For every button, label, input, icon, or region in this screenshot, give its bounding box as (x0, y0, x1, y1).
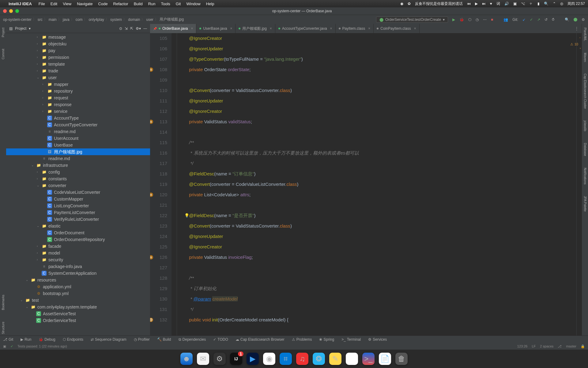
tree-row[interactable]: ≡ readme.md (6, 128, 150, 135)
menu-view[interactable]: View (63, 2, 71, 6)
line-number[interactable]: 105 (150, 33, 167, 44)
prev-icon[interactable]: ⏮ (467, 2, 471, 6)
tree-arrow-icon[interactable]: › (42, 81, 45, 88)
bottom-tool-problems[interactable]: ⚠Problems (292, 337, 312, 342)
line-number[interactable]: 116 (150, 148, 167, 158)
app-name[interactable]: IntelliJ IDEA (9, 2, 32, 6)
line-number[interactable]: 124 (150, 231, 167, 242)
playback-icon[interactable]: ◉ (400, 2, 403, 6)
code-line[interactable]: private OrderState orderState; (179, 64, 576, 75)
code-line[interactable]: * 订单初始化 (179, 283, 576, 294)
wifi-icon[interactable]: ᯤ (530, 2, 533, 6)
error-stripe[interactable]: ⚠10ˆ ˅ (576, 33, 582, 335)
line-number[interactable]: 127 (150, 263, 167, 273)
coverage-button[interactable]: ⬡ (468, 17, 471, 22)
tree-row[interactable]: ⌄ 📁 test (6, 297, 150, 304)
line-number[interactable]: 114 (150, 127, 167, 137)
code-line[interactable]: @Convert(converter = CodeValueListConver… (179, 179, 576, 190)
tree-arrow-icon[interactable]: › (37, 34, 40, 40)
breadcrumb-segment[interactable]: user (146, 17, 153, 22)
line-number[interactable]: a126 (150, 252, 167, 263)
tree-row[interactable]: › 📁 repository (6, 88, 150, 94)
tree-row[interactable]: › 📁 security (6, 256, 150, 263)
breadcrumb-segment[interactable]: src (38, 17, 43, 22)
tree-arrow-icon[interactable]: › (37, 40, 40, 47)
code-line[interactable]: @IgnoreUpdater (179, 44, 576, 54)
close-tab-icon[interactable]: × (330, 26, 332, 31)
line-number[interactable]: 122 (150, 210, 167, 221)
bottom-tool-git[interactable]: ⎇Git (3, 337, 13, 342)
code-line[interactable]: @IgnoreUpdater (179, 231, 576, 242)
editor-tab[interactable]: AccountTypeConverter.java × (275, 24, 336, 33)
dock-app-music[interactable]: ♫ (296, 353, 308, 365)
tree-row[interactable]: ≡ readme.md (6, 155, 150, 162)
menu-window[interactable]: Window (186, 2, 200, 6)
tree-row[interactable]: C OrderDocumentRepository (6, 236, 150, 243)
tree-row[interactable]: › 📁 request (6, 94, 150, 101)
git-branch-name[interactable]: master (566, 344, 576, 348)
tree-row[interactable]: › 📁 trade (6, 67, 150, 74)
code-line[interactable]: @Convert(converter = ValidStatusConverte… (179, 85, 576, 96)
close-tab-icon[interactable]: × (230, 26, 232, 31)
tree-row[interactable]: C UserAccount (6, 135, 150, 142)
tree-row[interactable]: C AccountTypeConverter (6, 121, 150, 128)
bottom-tool-build[interactable]: 🔨Build (157, 337, 171, 342)
bottom-tool-endpoints[interactable]: ⬡Endpoints (63, 337, 83, 342)
push-icon[interactable]: ↗ (537, 17, 540, 22)
close-tab-icon[interactable]: × (191, 26, 193, 31)
collapse-all-icon[interactable]: ⇱ (130, 26, 133, 31)
breadcrumb-segment[interactable]: op-system-center (3, 17, 32, 22)
bottom-tool-terminal[interactable]: >_Terminal (341, 337, 361, 342)
dock-app-folder[interactable]: 📄 (379, 353, 391, 365)
tree-row[interactable]: › 📁 template (6, 61, 150, 67)
sound-icon[interactable]: 🔊 (504, 2, 509, 6)
tree-arrow-icon[interactable]: › (37, 175, 40, 182)
lock-icon[interactable]: 🔒 (581, 344, 585, 348)
code-line[interactable]: 💡 @FieldDesc(name = "是否开票") (179, 210, 576, 221)
indent-setting[interactable]: 2 spaces (540, 344, 553, 348)
tree-row[interactable]: › 📁 mapper (6, 81, 150, 88)
git-branch-icon[interactable]: ⎇ (558, 344, 562, 348)
commit-icon[interactable]: ✓ (530, 17, 533, 22)
menu-tools[interactable]: Tools (161, 2, 170, 6)
search-everywhere-icon[interactable]: 🔍 (565, 17, 569, 22)
fold-gutter[interactable] (172, 33, 177, 335)
tree-arrow-icon[interactable]: › (37, 67, 40, 74)
database-tool-button[interactable]: Database (583, 142, 587, 157)
code-line[interactable]: @FieldDesc(name = "订单信息") (179, 169, 576, 179)
code-editor[interactable]: @IgnoreCreator @IgnoreUpdater @TypeConve… (177, 33, 576, 335)
line-number[interactable]: 118 (150, 169, 167, 179)
tree-row[interactable]: ⌄ 📁 converter (6, 182, 150, 189)
heart-icon[interactable]: ♥ (490, 2, 492, 6)
line-number[interactable]: @132 (150, 315, 167, 325)
close-tab-icon[interactable]: × (368, 26, 370, 31)
tree-row[interactable]: ⌄ 📁 infrastructure (6, 162, 150, 169)
tool-window-toggle-icon[interactable]: ▣ (3, 344, 6, 348)
tree-arrow-icon[interactable]: › (37, 169, 40, 175)
code-line[interactable]: @IgnoreCreator (179, 242, 576, 252)
jpa-palette-tool-button[interactable]: JPA Palette (583, 195, 587, 213)
breadcrumb-segment[interactable]: 用户领域图.jpg (160, 17, 184, 22)
tree-row[interactable]: ⌄ 📁 resources (6, 277, 150, 283)
breadcrumb-segment[interactable]: main (49, 17, 57, 22)
editor-tab[interactable]: PayItem.class × (336, 24, 374, 33)
menu-code[interactable]: Code (98, 2, 107, 6)
update-project-icon[interactable]: ↙ (522, 17, 526, 22)
notifications-tool-button[interactable]: Notifications (583, 167, 587, 186)
dock-app-note[interactable]: ✎ (329, 353, 341, 365)
select-opened-icon[interactable]: ⊙ (119, 26, 122, 31)
intention-bulb-icon[interactable]: 💡 (184, 210, 189, 221)
line-number[interactable]: 121 (150, 200, 167, 210)
line-number[interactable]: a113 (150, 117, 167, 127)
code-line[interactable]: private ValidStatus validStatus; (179, 117, 576, 127)
line-number[interactable]: 109 (150, 75, 167, 85)
bottom-tool-todo[interactable]: ✓TODO (213, 337, 228, 342)
code-line[interactable]: */ (179, 304, 576, 315)
editor-tab[interactable]: UserBase.java × (196, 24, 236, 33)
bottom-tool-services[interactable]: ⚙Services (368, 337, 387, 342)
menu-build[interactable]: Build (134, 2, 143, 6)
gutter-badge-icon[interactable]: a (150, 193, 153, 197)
tree-row[interactable]: › 📁 objectsku (6, 40, 150, 47)
line-number[interactable]: 117 (150, 158, 167, 169)
bottom-tool-debug[interactable]: 🐞Debug (39, 337, 55, 342)
